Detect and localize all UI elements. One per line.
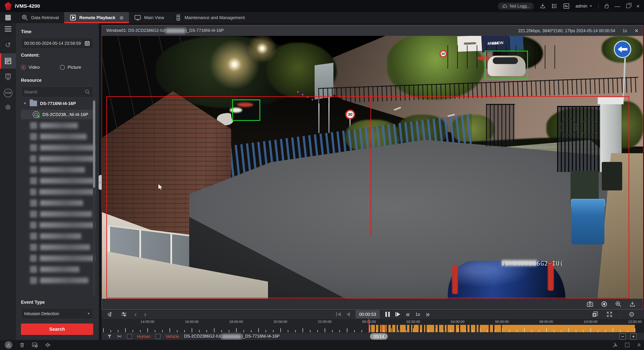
tree-row-redacted[interactable]	[21, 220, 96, 230]
minimize-button[interactable]: —	[614, 3, 620, 9]
timeline-recording-segment[interactable]	[407, 325, 409, 332]
tree-row-redacted[interactable]	[21, 121, 96, 130]
modules-grid-button[interactable]	[0, 12, 16, 23]
tree-caret-icon[interactable]: ▼	[23, 102, 27, 105]
timeline-recording-segment[interactable]	[371, 325, 375, 332]
rail-card-playback-button[interactable]	[0, 70, 16, 83]
tree-row-redacted[interactable]	[21, 143, 96, 153]
download-center-icon[interactable]	[540, 3, 546, 9]
snapshot-icon[interactable]	[587, 301, 593, 307]
single-frame-back-icon[interactable]	[336, 312, 341, 317]
rail-vca-playback-button[interactable]: ⊕	[0, 101, 16, 113]
restore-button[interactable]	[626, 4, 630, 8]
timeline-recording-segment[interactable]	[448, 325, 454, 332]
timeline-recording-segment[interactable]	[392, 325, 395, 332]
pin-icon[interactable]	[612, 342, 618, 348]
timeline-recording-segment[interactable]	[388, 325, 390, 332]
tree-row-redacted[interactable]	[21, 231, 96, 241]
vehicle-checkbox[interactable]	[156, 334, 160, 339]
video-scene[interactable]: DOVERBEACON over£18MILLION 30 30	[102, 36, 643, 299]
tree-row-redacted[interactable]	[21, 176, 96, 186]
timeline-recording-segment[interactable]	[400, 325, 406, 332]
tree-row-redacted[interactable]	[21, 165, 96, 175]
rail-menu-button[interactable]	[0, 22, 16, 35]
mute-speaker-icon[interactable]	[45, 342, 51, 348]
cloud-login-status[interactable]: Not Logg...	[498, 3, 534, 9]
alarm-center-button[interactable]: ⚠	[5, 341, 12, 349]
tree-row-redacted[interactable]	[21, 187, 96, 197]
rail-event-playback-button[interactable]	[0, 53, 16, 69]
timeline-recording-segment[interactable]	[471, 325, 475, 332]
tree-row-redacted[interactable]	[21, 209, 96, 219]
stream-settings-icon[interactable]	[121, 311, 127, 318]
timeline-recording-segment[interactable]	[424, 325, 425, 332]
time-range-input[interactable]: 00:00:00-2024-05-14 23:59:59	[21, 38, 93, 49]
timeline-recording-segment[interactable]	[456, 325, 459, 332]
no-image-icon[interactable]	[32, 342, 38, 348]
timeline-event-segment[interactable]	[381, 325, 382, 332]
panel-collapse-handle[interactable]: ‹	[98, 175, 102, 190]
timeline-event-segment[interactable]	[385, 325, 386, 332]
tree-row-redacted[interactable]	[21, 154, 96, 164]
timeline-recording-segment[interactable]	[414, 325, 418, 332]
close-all-windows-icon[interactable]	[592, 311, 598, 318]
task-list-icon[interactable]	[552, 3, 557, 9]
pause-button[interactable]	[386, 312, 390, 317]
radio-video[interactable]: Video	[21, 65, 40, 70]
timeline-recording-segment[interactable]	[445, 325, 446, 332]
settings-gear-icon[interactable]: ⚙	[628, 311, 634, 318]
tree-row-redacted[interactable]	[21, 265, 96, 274]
single-frame-forward-icon[interactable]	[396, 312, 400, 317]
search-button[interactable]: Search	[21, 324, 93, 335]
timeline-recording-segment[interactable]	[477, 325, 478, 332]
dock-icon[interactable]	[625, 343, 630, 347]
calendar-icon[interactable]	[84, 40, 90, 46]
resource-search-input[interactable]: Search	[21, 86, 93, 97]
rail-replay-button[interactable]: ↺	[0, 38, 16, 51]
tree-row-redacted[interactable]	[21, 254, 96, 263]
filter-funnel-icon[interactable]	[107, 334, 112, 339]
tree-scrollbar-thumb[interactable]	[93, 101, 95, 188]
user-menu[interactable]: admin ▼	[576, 3, 592, 9]
audio-icon[interactable]	[107, 311, 113, 318]
tree-selected-camera[interactable]: DS-2CD238...NI-I4-16P	[21, 110, 96, 119]
close-button[interactable]: ×	[636, 3, 640, 9]
tab-maintenance[interactable]: Maintenance and Management	[170, 12, 250, 23]
reverse-play-icon[interactable]	[346, 312, 350, 317]
timeline-recording-segment[interactable]	[411, 325, 412, 332]
tab-remote-playback[interactable]: Remote Playback ⊗	[64, 12, 129, 23]
timeline-recording-segment[interactable]	[397, 325, 398, 332]
timeline-recording-segment[interactable]	[490, 325, 493, 332]
clip-scissors-icon[interactable]: ✂	[117, 333, 122, 340]
timeline-recording-segment[interactable]	[427, 325, 434, 332]
timeline-ruler[interactable]: 14:00:0016:00:0018:00:0020:00:0022:00:00…	[102, 319, 644, 333]
trash-icon[interactable]	[20, 342, 25, 348]
tab-main-view[interactable]: Main View	[129, 12, 170, 23]
download-icon[interactable]	[629, 301, 636, 307]
playback-window-01[interactable]: Window01: DS-2CD2386G2-IU()_DS-7716NI-I4…	[102, 25, 643, 310]
timeline-zoom-in-button[interactable]: +	[630, 334, 636, 340]
tree-row-redacted[interactable]	[21, 242, 96, 252]
digital-zoom-icon[interactable]	[615, 301, 622, 307]
timeline-recording-segment[interactable]	[494, 325, 501, 332]
tree-row-redacted[interactable]	[21, 276, 96, 285]
human-checkbox[interactable]	[127, 334, 132, 339]
radio-picture[interactable]: Picture	[60, 65, 81, 70]
tree-root-device[interactable]: ▼ DS-7716NI-I4-16P	[21, 99, 96, 108]
record-icon[interactable]	[601, 301, 608, 307]
search-icon[interactable]	[85, 89, 90, 94]
tree-row-redacted[interactable]	[21, 132, 96, 141]
tab-close-icon[interactable]: ⊗	[120, 15, 124, 21]
channel-name: DS-2CD2386G2-IU()_DS-7716NI-I4-16P	[184, 334, 280, 339]
window-close-icon[interactable]: ✕	[634, 28, 639, 34]
system-monitor-icon[interactable]	[563, 3, 569, 9]
lock-icon[interactable]	[605, 5, 608, 8]
event-type-dropdown[interactable]: Intrusion Detection ▼	[21, 308, 93, 319]
fullscreen-icon[interactable]	[606, 311, 613, 318]
timeline-playhead[interactable]	[368, 319, 369, 333]
timeline-zoom-out-button[interactable]: −	[620, 334, 626, 340]
rail-atm-playback-button[interactable]: ATM	[0, 87, 16, 99]
tab-data-retrieval[interactable]: Data Retrieval	[16, 12, 64, 23]
timeline-recording-segment[interactable]	[468, 325, 470, 332]
tree-row-redacted[interactable]	[21, 198, 96, 208]
